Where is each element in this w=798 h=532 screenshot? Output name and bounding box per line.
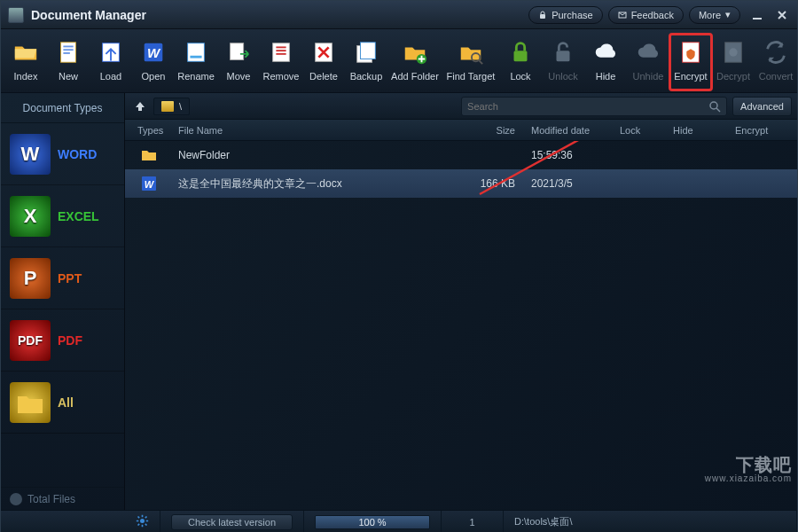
content-area: Document Types WWORD XEXCEL PPPT PDFPDF … (1, 93, 797, 510)
backup-button[interactable]: Backup (345, 34, 387, 90)
rename-button[interactable]: Rename (175, 34, 217, 90)
svg-rect-16 (276, 52, 286, 54)
watermark: 下载吧 www.xiazaiba.com (705, 456, 792, 484)
sidebar-item-pdf[interactable]: PDFPDF (1, 309, 124, 372)
check-version-button[interactable]: Check latest version (160, 511, 304, 533)
search-input[interactable] (467, 101, 708, 112)
lock-closed-icon (505, 37, 536, 67)
find-target-button[interactable]: Find Target (442, 34, 499, 90)
folder-icon (140, 147, 158, 163)
lock-open-icon (548, 37, 578, 67)
titlebar: Document Manager Purchase Feedback More … (1, 1, 797, 29)
svg-rect-10 (188, 43, 205, 61)
rename-icon (181, 37, 211, 67)
convert-icon (761, 37, 791, 67)
convert-button[interactable]: Convert (755, 34, 797, 90)
lock-button[interactable]: Lock (499, 34, 542, 90)
chevron-down-icon: ▾ (725, 9, 731, 20)
svg-point-26 (729, 48, 737, 56)
nav-up-button[interactable] (130, 98, 150, 115)
more-menu[interactable]: More ▾ (689, 6, 740, 24)
index-button[interactable]: Index (4, 34, 47, 90)
breadcrumb[interactable]: \ (153, 98, 190, 115)
sidebar-item-ppt[interactable]: PPPT (1, 247, 124, 309)
remove-icon (266, 37, 296, 67)
document-new-icon (53, 37, 83, 67)
svg-rect-6 (63, 52, 70, 54)
feedback-button[interactable]: Feedback (608, 6, 684, 24)
unlock-button[interactable]: Unlock (542, 34, 584, 90)
sidebar-item-word[interactable]: WWORD (1, 123, 124, 185)
total-files[interactable]: Total Files (1, 487, 124, 510)
delete-button[interactable]: Delete (302, 34, 345, 90)
cloud-off-icon (633, 37, 663, 67)
arrow-up-icon (134, 100, 146, 113)
purchase-button[interactable]: Purchase (528, 6, 602, 24)
hide-button[interactable]: Hide (584, 34, 627, 90)
close-button[interactable] (774, 7, 790, 23)
cell-size: 166 KB (460, 177, 531, 190)
move-button[interactable]: Move (217, 34, 260, 90)
pdf-doc-icon: PDF (10, 320, 51, 361)
advanced-button[interactable]: Advanced (732, 97, 792, 116)
add-folder-button[interactable]: Add Folder (387, 34, 442, 90)
folder-plus-icon (400, 37, 430, 67)
svg-rect-12 (231, 43, 244, 59)
cloud-icon (591, 37, 621, 67)
delete-icon (309, 37, 339, 67)
col-hide[interactable]: Hide (673, 125, 735, 136)
svg-rect-13 (273, 43, 290, 61)
word-file-icon: W (140, 176, 158, 192)
col-lock[interactable]: Lock (620, 125, 673, 136)
status-count: 1 (442, 511, 504, 533)
sidebar: Document Types WWORD XEXCEL PPPT PDFPDF … (1, 93, 125, 510)
encrypt-button[interactable]: Encrypt (669, 34, 712, 90)
col-name[interactable]: File Name (173, 125, 460, 136)
search-icon (708, 100, 721, 113)
backup-icon (351, 37, 381, 67)
statusbar: Check latest version 100 % 1 D:\tools\桌面… (1, 510, 797, 532)
gear-icon (136, 514, 149, 530)
search-box[interactable] (461, 97, 727, 116)
new-button[interactable]: New (47, 34, 90, 90)
app-icon (8, 7, 24, 23)
table-row[interactable]: NewFolder 15:59:36 (125, 141, 797, 169)
sidebar-item-excel[interactable]: XEXCEL (1, 185, 124, 247)
remove-button[interactable]: Remove (260, 34, 302, 90)
col-size[interactable]: Size (460, 125, 531, 136)
toolbar: Index New Load WOpen Rename Move Remove … (1, 29, 797, 93)
decrypt-button[interactable]: Decrypt (712, 34, 755, 90)
svg-rect-2 (753, 18, 762, 20)
word-doc-icon: W (10, 134, 51, 175)
cell-name: 这是全中国最经典的文章之一.docx (173, 176, 460, 192)
settings-button[interactable] (125, 511, 160, 533)
svg-point-31 (140, 519, 145, 523)
progress-cell: 100 % (304, 511, 442, 533)
svg-rect-4 (63, 45, 73, 47)
status-path: D:\tools\桌面\ (504, 511, 797, 533)
decrypt-icon (718, 37, 748, 67)
mail-icon (618, 11, 627, 20)
pathbar: \ Advanced (125, 93, 797, 120)
unhide-button[interactable]: Unhide (627, 34, 669, 90)
load-button[interactable]: Load (90, 34, 132, 90)
purchase-label: Purchase (552, 10, 592, 20)
lock-icon (538, 11, 547, 20)
ppt-doc-icon: P (10, 258, 51, 299)
folder-all-icon (10, 382, 51, 423)
sidebar-item-all[interactable]: All (1, 372, 124, 434)
col-date[interactable]: Modified date (531, 125, 620, 136)
share-icon (10, 493, 22, 505)
col-enc[interactable]: Encrypt (735, 125, 797, 136)
minimize-button[interactable] (749, 7, 765, 23)
svg-rect-15 (276, 50, 286, 51)
table-header: Types File Name Size Modified date Lock … (125, 120, 797, 141)
svg-rect-14 (276, 46, 286, 48)
open-button[interactable]: WOpen (132, 34, 175, 90)
table-row[interactable]: W 这是全中国最经典的文章之一.docx 166 KB 2021/3/5 (125, 169, 797, 198)
encrypt-icon (676, 37, 706, 67)
col-types[interactable]: Types (125, 125, 173, 136)
folder-open-icon (11, 37, 41, 67)
excel-doc-icon: X (10, 196, 51, 237)
svg-text:W: W (147, 44, 161, 59)
